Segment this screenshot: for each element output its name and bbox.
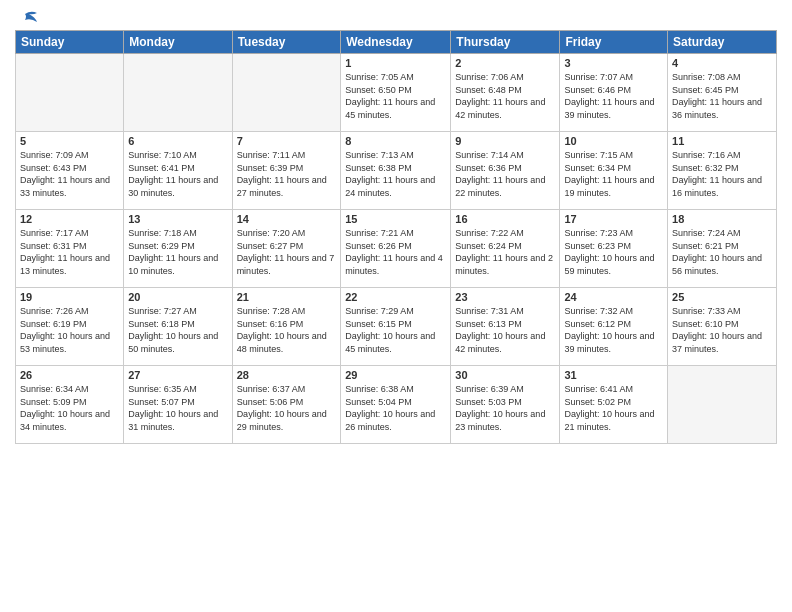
- day-number: 6: [128, 135, 227, 147]
- day-number: 17: [564, 213, 663, 225]
- header: [15, 10, 777, 24]
- day-number: 23: [455, 291, 555, 303]
- day-info: Sunrise: 7:07 AM Sunset: 6:46 PM Dayligh…: [564, 71, 663, 121]
- day-info: Sunrise: 7:20 AM Sunset: 6:27 PM Dayligh…: [237, 227, 337, 277]
- day-number: 31: [564, 369, 663, 381]
- day-number: 7: [237, 135, 337, 147]
- weekday-header-wednesday: Wednesday: [341, 31, 451, 54]
- calendar-cell: 23Sunrise: 7:31 AM Sunset: 6:13 PM Dayli…: [451, 288, 560, 366]
- day-info: Sunrise: 7:22 AM Sunset: 6:24 PM Dayligh…: [455, 227, 555, 277]
- calendar-cell: 12Sunrise: 7:17 AM Sunset: 6:31 PM Dayli…: [16, 210, 124, 288]
- week-row-3: 12Sunrise: 7:17 AM Sunset: 6:31 PM Dayli…: [16, 210, 777, 288]
- calendar-cell: 6Sunrise: 7:10 AM Sunset: 6:41 PM Daylig…: [124, 132, 232, 210]
- day-number: 30: [455, 369, 555, 381]
- day-info: Sunrise: 7:28 AM Sunset: 6:16 PM Dayligh…: [237, 305, 337, 355]
- day-info: Sunrise: 7:10 AM Sunset: 6:41 PM Dayligh…: [128, 149, 227, 199]
- calendar-cell: 25Sunrise: 7:33 AM Sunset: 6:10 PM Dayli…: [668, 288, 777, 366]
- day-info: Sunrise: 7:23 AM Sunset: 6:23 PM Dayligh…: [564, 227, 663, 277]
- day-info: Sunrise: 7:08 AM Sunset: 6:45 PM Dayligh…: [672, 71, 772, 121]
- logo: [15, 10, 39, 24]
- calendar-cell: 30Sunrise: 6:39 AM Sunset: 5:03 PM Dayli…: [451, 366, 560, 444]
- calendar-cell: [124, 54, 232, 132]
- day-number: 14: [237, 213, 337, 225]
- day-info: Sunrise: 7:26 AM Sunset: 6:19 PM Dayligh…: [20, 305, 119, 355]
- day-info: Sunrise: 7:15 AM Sunset: 6:34 PM Dayligh…: [564, 149, 663, 199]
- day-info: Sunrise: 7:18 AM Sunset: 6:29 PM Dayligh…: [128, 227, 227, 277]
- day-info: Sunrise: 7:09 AM Sunset: 6:43 PM Dayligh…: [20, 149, 119, 199]
- week-row-2: 5Sunrise: 7:09 AM Sunset: 6:43 PM Daylig…: [16, 132, 777, 210]
- day-number: 25: [672, 291, 772, 303]
- calendar-cell: 24Sunrise: 7:32 AM Sunset: 6:12 PM Dayli…: [560, 288, 668, 366]
- day-number: 16: [455, 213, 555, 225]
- day-number: 11: [672, 135, 772, 147]
- calendar-cell: 16Sunrise: 7:22 AM Sunset: 6:24 PM Dayli…: [451, 210, 560, 288]
- calendar-cell: 8Sunrise: 7:13 AM Sunset: 6:38 PM Daylig…: [341, 132, 451, 210]
- day-info: Sunrise: 6:37 AM Sunset: 5:06 PM Dayligh…: [237, 383, 337, 433]
- day-number: 15: [345, 213, 446, 225]
- weekday-header-saturday: Saturday: [668, 31, 777, 54]
- day-number: 18: [672, 213, 772, 225]
- day-number: 4: [672, 57, 772, 69]
- calendar-cell: 29Sunrise: 6:38 AM Sunset: 5:04 PM Dayli…: [341, 366, 451, 444]
- calendar-cell: 17Sunrise: 7:23 AM Sunset: 6:23 PM Dayli…: [560, 210, 668, 288]
- day-number: 27: [128, 369, 227, 381]
- day-number: 13: [128, 213, 227, 225]
- day-number: 19: [20, 291, 119, 303]
- day-info: Sunrise: 7:33 AM Sunset: 6:10 PM Dayligh…: [672, 305, 772, 355]
- day-info: Sunrise: 7:13 AM Sunset: 6:38 PM Dayligh…: [345, 149, 446, 199]
- day-info: Sunrise: 7:27 AM Sunset: 6:18 PM Dayligh…: [128, 305, 227, 355]
- calendar-cell: [16, 54, 124, 132]
- day-number: 5: [20, 135, 119, 147]
- day-number: 21: [237, 291, 337, 303]
- day-info: Sunrise: 6:35 AM Sunset: 5:07 PM Dayligh…: [128, 383, 227, 433]
- day-number: 3: [564, 57, 663, 69]
- calendar-cell: 19Sunrise: 7:26 AM Sunset: 6:19 PM Dayli…: [16, 288, 124, 366]
- calendar-table: SundayMondayTuesdayWednesdayThursdayFrid…: [15, 30, 777, 444]
- day-info: Sunrise: 7:24 AM Sunset: 6:21 PM Dayligh…: [672, 227, 772, 277]
- calendar-cell: 26Sunrise: 6:34 AM Sunset: 5:09 PM Dayli…: [16, 366, 124, 444]
- calendar-cell: 31Sunrise: 6:41 AM Sunset: 5:02 PM Dayli…: [560, 366, 668, 444]
- calendar-cell: 20Sunrise: 7:27 AM Sunset: 6:18 PM Dayli…: [124, 288, 232, 366]
- calendar-cell: 21Sunrise: 7:28 AM Sunset: 6:16 PM Dayli…: [232, 288, 341, 366]
- calendar-container: SundayMondayTuesdayWednesdayThursdayFrid…: [0, 0, 792, 454]
- calendar-cell: 1Sunrise: 7:05 AM Sunset: 6:50 PM Daylig…: [341, 54, 451, 132]
- calendar-cell: 14Sunrise: 7:20 AM Sunset: 6:27 PM Dayli…: [232, 210, 341, 288]
- day-number: 22: [345, 291, 446, 303]
- weekday-header-sunday: Sunday: [16, 31, 124, 54]
- day-number: 1: [345, 57, 446, 69]
- calendar-cell: 28Sunrise: 6:37 AM Sunset: 5:06 PM Dayli…: [232, 366, 341, 444]
- day-info: Sunrise: 7:32 AM Sunset: 6:12 PM Dayligh…: [564, 305, 663, 355]
- week-row-1: 1Sunrise: 7:05 AM Sunset: 6:50 PM Daylig…: [16, 54, 777, 132]
- calendar-cell: 2Sunrise: 7:06 AM Sunset: 6:48 PM Daylig…: [451, 54, 560, 132]
- day-number: 28: [237, 369, 337, 381]
- day-number: 12: [20, 213, 119, 225]
- weekday-header-monday: Monday: [124, 31, 232, 54]
- calendar-cell: 5Sunrise: 7:09 AM Sunset: 6:43 PM Daylig…: [16, 132, 124, 210]
- calendar-cell: [668, 366, 777, 444]
- weekday-header-row: SundayMondayTuesdayWednesdayThursdayFrid…: [16, 31, 777, 54]
- calendar-cell: 13Sunrise: 7:18 AM Sunset: 6:29 PM Dayli…: [124, 210, 232, 288]
- calendar-cell: 4Sunrise: 7:08 AM Sunset: 6:45 PM Daylig…: [668, 54, 777, 132]
- calendar-cell: 15Sunrise: 7:21 AM Sunset: 6:26 PM Dayli…: [341, 210, 451, 288]
- day-info: Sunrise: 7:05 AM Sunset: 6:50 PM Dayligh…: [345, 71, 446, 121]
- day-number: 29: [345, 369, 446, 381]
- day-number: 24: [564, 291, 663, 303]
- day-number: 10: [564, 135, 663, 147]
- day-info: Sunrise: 7:21 AM Sunset: 6:26 PM Dayligh…: [345, 227, 446, 277]
- weekday-header-friday: Friday: [560, 31, 668, 54]
- calendar-cell: 3Sunrise: 7:07 AM Sunset: 6:46 PM Daylig…: [560, 54, 668, 132]
- calendar-cell: 11Sunrise: 7:16 AM Sunset: 6:32 PM Dayli…: [668, 132, 777, 210]
- calendar-cell: 22Sunrise: 7:29 AM Sunset: 6:15 PM Dayli…: [341, 288, 451, 366]
- calendar-cell: 9Sunrise: 7:14 AM Sunset: 6:36 PM Daylig…: [451, 132, 560, 210]
- calendar-cell: 10Sunrise: 7:15 AM Sunset: 6:34 PM Dayli…: [560, 132, 668, 210]
- day-info: Sunrise: 6:38 AM Sunset: 5:04 PM Dayligh…: [345, 383, 446, 433]
- day-info: Sunrise: 7:14 AM Sunset: 6:36 PM Dayligh…: [455, 149, 555, 199]
- calendar-cell: [232, 54, 341, 132]
- week-row-4: 19Sunrise: 7:26 AM Sunset: 6:19 PM Dayli…: [16, 288, 777, 366]
- calendar-cell: 18Sunrise: 7:24 AM Sunset: 6:21 PM Dayli…: [668, 210, 777, 288]
- weekday-header-tuesday: Tuesday: [232, 31, 341, 54]
- week-row-5: 26Sunrise: 6:34 AM Sunset: 5:09 PM Dayli…: [16, 366, 777, 444]
- day-number: 9: [455, 135, 555, 147]
- weekday-header-thursday: Thursday: [451, 31, 560, 54]
- day-info: Sunrise: 6:41 AM Sunset: 5:02 PM Dayligh…: [564, 383, 663, 433]
